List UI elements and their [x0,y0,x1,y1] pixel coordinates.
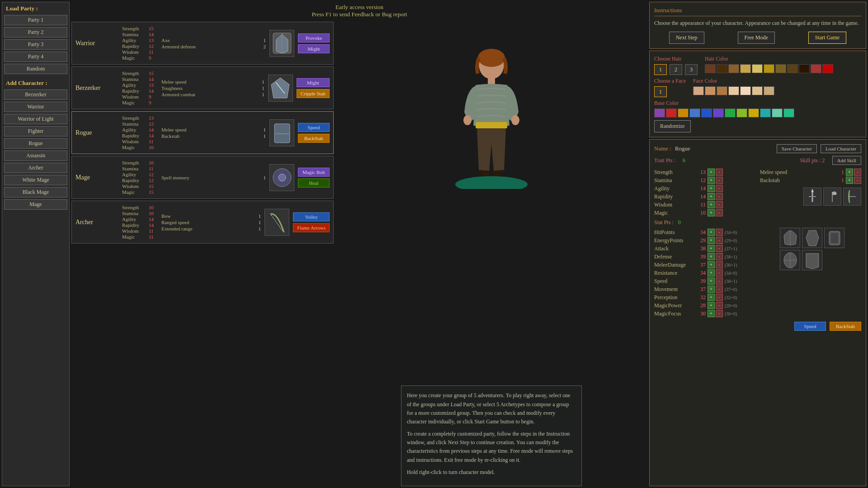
load-character-btn[interactable]: Load Character [821,144,861,153]
base-swatch-2[interactable] [666,108,677,117]
add-fighter-btn[interactable]: Fighter [4,126,67,136]
hair-swatch-9[interactable] [799,64,810,73]
md-plus-btn[interactable]: + [708,261,715,268]
mov-minus-btn[interactable]: - [716,286,723,293]
hair-3-btn[interactable]: 3 [685,64,698,75]
mov-plus-btn[interactable]: + [708,286,715,293]
res-minus-btn[interactable]: - [716,269,723,277]
per-minus-btn[interactable]: - [716,294,723,301]
base-swatch-1[interactable] [654,108,665,117]
agility-plus-btn[interactable]: + [708,185,715,192]
bottom-speed-btn[interactable]: Speed [794,322,826,331]
archer-flame-btn[interactable]: Flame Arrows [293,223,330,232]
add-rogue-btn[interactable]: Rogue [4,138,67,149]
res-plus-btn[interactable]: + [708,269,715,277]
next-step-btn[interactable]: Next Step [669,32,704,44]
hair-swatch-1[interactable] [705,64,716,73]
backstab-plus-btn[interactable]: + [846,177,853,184]
mage-bolt-btn[interactable]: Magic Bolt [298,168,330,177]
party2-btn[interactable]: Party 2 [4,27,67,38]
free-mode-btn[interactable]: Free Mode [738,32,775,44]
per-plus-btn[interactable]: + [708,294,715,301]
base-swatch-5[interactable] [701,108,712,117]
stamina-plus-btn[interactable]: + [708,177,715,184]
party3-btn[interactable]: Party 3 [4,39,67,50]
hair-swatch-6[interactable] [764,64,774,73]
face-swatch-3[interactable] [717,86,727,95]
add-black-mage-btn[interactable]: Black Mage [4,187,67,197]
base-swatch-12[interactable] [783,108,794,117]
berzerker-cripple-btn[interactable]: Cripple Stab [297,89,330,98]
backstab-minus-btn[interactable]: - [854,177,861,184]
rogue-speed-btn[interactable]: Speed [298,123,330,132]
mp-minus-btn[interactable]: - [716,302,723,309]
party4-btn[interactable]: Party 4 [4,52,67,62]
face-swatch-4[interactable] [728,86,739,95]
hair-swatch-3[interactable] [728,64,739,73]
base-swatch-3[interactable] [678,108,689,117]
add-berzerker-btn[interactable]: Berzerker [4,89,67,100]
face-swatch-5[interactable] [740,86,751,95]
add-skill-btn[interactable]: Add Skill [832,156,861,165]
add-mage-btn[interactable]: Mage [4,199,67,210]
attack-plus-btn[interactable]: + [708,245,715,252]
face-swatch-2[interactable] [705,86,716,95]
hair-swatch-2[interactable] [717,64,727,73]
add-white-mage-btn[interactable]: White Mage [4,175,67,185]
face-swatch-1[interactable] [693,86,704,95]
wisdom-minus-btn[interactable]: - [716,201,723,208]
rapidity-plus-btn[interactable]: + [708,193,715,200]
bottom-backstab-btn[interactable]: BackStab [830,322,861,331]
md-minus-btn[interactable]: - [716,261,723,268]
magic-plus-btn[interactable]: + [708,209,715,216]
defense-plus-btn[interactable]: + [708,253,715,260]
base-swatch-6[interactable] [713,108,724,117]
archer-volley-btn[interactable]: Volley [293,212,330,221]
mp-plus-btn[interactable]: + [708,302,715,309]
spd-plus-btn[interactable]: + [708,277,715,285]
hair-1-btn[interactable]: 1 [654,64,667,75]
face-1-btn[interactable]: 1 [654,86,667,97]
base-swatch-7[interactable] [725,108,736,117]
party1-btn[interactable]: Party 1 [4,15,67,25]
stamina-minus-btn[interactable]: - [716,177,723,184]
save-character-btn[interactable]: Save Character [777,144,817,153]
start-game-btn[interactable]: Start Game [808,32,846,44]
mf-plus-btn[interactable]: + [708,310,715,317]
base-swatch-9[interactable] [748,108,759,117]
mf-minus-btn[interactable]: - [716,310,723,317]
add-warrior-of-light-btn[interactable]: Warrior of Light [4,114,67,124]
ep-plus-btn[interactable]: + [708,237,715,244]
wisdom-plus-btn[interactable]: + [708,201,715,208]
base-swatch-10[interactable] [760,108,771,117]
mage-heal-btn[interactable]: Heal [298,178,330,188]
hair-swatch-10[interactable] [811,64,821,73]
melee-speed-plus-btn[interactable]: + [846,169,853,176]
hair-swatch-8[interactable] [787,64,798,73]
attack-minus-btn[interactable]: - [716,245,723,252]
add-archer-btn[interactable]: Archer [4,163,67,173]
hair-swatch-11[interactable] [822,64,833,73]
random-btn[interactable]: Random [4,64,67,74]
warrior-provoke-btn[interactable]: Provoke [298,33,330,42]
rogue-backstab-btn[interactable]: BackStab [298,134,330,143]
hair-swatch-5[interactable] [752,64,763,73]
hair-swatch-7[interactable] [775,64,786,73]
add-warrior-btn[interactable]: Warrior [4,102,67,112]
base-swatch-8[interactable] [736,108,747,117]
hair-swatch-4[interactable] [740,64,751,73]
randomize-btn[interactable]: Randomize [654,120,691,132]
warrior-might-btn[interactable]: Might [298,44,330,53]
face-swatch-7[interactable] [764,86,774,95]
base-swatch-4[interactable] [689,108,700,117]
base-swatch-11[interactable] [772,108,783,117]
face-swatch-6[interactable] [752,86,763,95]
hp-minus-btn[interactable]: - [716,229,723,236]
strength-plus-btn[interactable]: + [708,169,715,176]
defense-minus-btn[interactable]: - [716,253,723,260]
ep-minus-btn[interactable]: - [716,237,723,244]
berzerker-might-btn[interactable]: Might [297,78,330,87]
magic-minus-btn[interactable]: - [716,209,723,216]
spd-minus-btn[interactable]: - [716,277,723,285]
hair-2-btn[interactable]: 2 [670,64,682,75]
